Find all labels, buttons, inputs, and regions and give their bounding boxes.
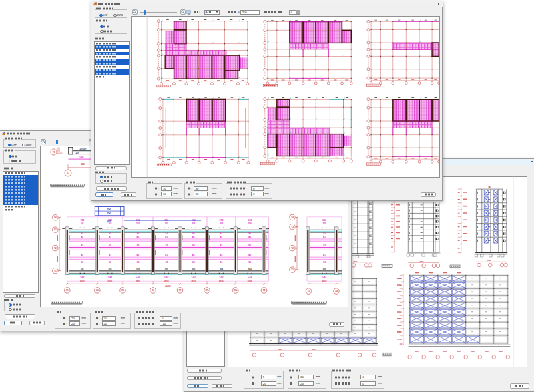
svg-text:DH1: DH1 <box>107 220 111 222</box>
svg-text:B1: B1 <box>323 254 326 256</box>
svg-text:CS3: CS3 <box>219 276 223 278</box>
svg-text:X7a: X7a <box>205 289 209 292</box>
svg-text:204: 204 <box>219 268 222 271</box>
svg-text:301: 301 <box>322 222 326 225</box>
svg-text:201: 201 <box>80 268 83 271</box>
svg-text:X8: X8 <box>262 289 265 292</box>
svg-text:CS2: CS2 <box>80 219 84 222</box>
svg-text:B1: B1 <box>136 236 139 238</box>
svg-text:202: 202 <box>108 268 111 271</box>
svg-text:X1: X1 <box>67 172 69 174</box>
svg-text:S3: S3 <box>109 261 111 264</box>
svg-text:6000: 6000 <box>487 260 491 262</box>
svg-text:CS3: CS3 <box>107 276 111 278</box>
svg-text:6000: 6000 <box>485 351 489 353</box>
svg-text:DH1: DH1 <box>107 208 111 211</box>
svg-text:X5: X5 <box>121 289 124 292</box>
svg-text:S3: S3 <box>136 261 139 264</box>
svg-text:B1: B1 <box>165 236 168 238</box>
svg-text:X1: X1 <box>307 290 310 292</box>
svg-text:202: 202 <box>136 268 139 271</box>
svg-text:B1: B1 <box>81 254 83 256</box>
svg-text:Y1: Y1 <box>52 151 55 154</box>
svg-text:Y3: Y3 <box>291 226 294 228</box>
svg-text:6000: 6000 <box>499 351 503 353</box>
svg-text:B1: B1 <box>108 236 111 238</box>
svg-text:DH1: DH1 <box>107 212 111 215</box>
svg-text:CS3: CS3 <box>80 276 84 278</box>
svg-text:X7b: X7b <box>234 289 238 292</box>
svg-text:6500: 6500 <box>191 280 196 283</box>
svg-text:X7: X7 <box>178 289 181 292</box>
svg-text:S3: S3 <box>165 261 168 264</box>
svg-text:S3: S3 <box>165 232 168 235</box>
svg-text:B1: B1 <box>220 236 222 238</box>
svg-text:CS3: CS3 <box>164 276 168 278</box>
svg-text:6500: 6500 <box>107 280 112 283</box>
svg-text:204: 204 <box>219 222 222 225</box>
svg-text:B1: B1 <box>136 254 139 256</box>
svg-text:S3: S3 <box>323 261 326 264</box>
svg-text:B1: B1 <box>248 236 251 238</box>
svg-text:CS2: CS2 <box>219 219 223 222</box>
svg-text:S3: S3 <box>192 232 194 235</box>
svg-text:B1: B1 <box>165 254 168 256</box>
svg-text:Y2: Y2 <box>53 247 56 250</box>
svg-text:CS3: CS3 <box>191 276 195 278</box>
svg-text:Y3: Y3 <box>53 228 56 231</box>
svg-text:S3: S3 <box>109 244 111 247</box>
svg-text:Y2: Y2 <box>291 247 294 250</box>
svg-text:301: 301 <box>322 268 326 271</box>
svg-text:S3: S3 <box>165 244 168 247</box>
svg-text:S3: S3 <box>136 244 139 247</box>
svg-text:6000: 6000 <box>429 351 433 353</box>
svg-text:S3: S3 <box>109 232 111 235</box>
svg-text:Y1: Y1 <box>291 268 294 271</box>
svg-text:S3: S3 <box>220 244 222 247</box>
svg-text:S3: S3 <box>81 261 83 264</box>
svg-text:S3: S3 <box>192 261 194 264</box>
svg-text:6000: 6000 <box>278 349 282 351</box>
svg-text:B1: B1 <box>192 254 194 256</box>
svg-text:203: 203 <box>164 268 168 271</box>
svg-text:4500: 4500 <box>164 280 168 283</box>
svg-text:202: 202 <box>108 222 111 225</box>
svg-text:CS3: CS3 <box>322 276 326 278</box>
svg-text:6000: 6000 <box>322 280 326 283</box>
svg-text:B1: B1 <box>192 236 194 238</box>
svg-text:6000: 6000 <box>79 280 84 283</box>
svg-text:S3: S3 <box>192 244 194 247</box>
svg-text:X4: X4 <box>335 290 338 292</box>
svg-text:S3: S3 <box>81 244 83 247</box>
svg-text:X1: X1 <box>66 289 69 292</box>
svg-text:CS3: CS3 <box>79 156 83 158</box>
svg-text:204: 204 <box>248 268 251 271</box>
svg-text:6A: 6A <box>488 186 490 188</box>
svg-text:202: 202 <box>136 222 139 225</box>
svg-text:6000: 6000 <box>443 351 447 353</box>
svg-text:6000: 6000 <box>81 163 85 166</box>
svg-text:6500: 6500 <box>219 280 224 283</box>
svg-text:Y4: Y4 <box>291 216 294 219</box>
svg-text:46500: 46500 <box>165 285 171 288</box>
svg-text:#10 401: #10 401 <box>79 148 87 151</box>
svg-text:S3: S3 <box>248 244 251 247</box>
svg-text:CS3: CS3 <box>136 276 140 278</box>
svg-text:6000: 6000 <box>247 280 252 283</box>
svg-text:S3: S3 <box>81 232 83 235</box>
svg-text:6000: 6000 <box>420 260 424 262</box>
svg-text:S3: S3 <box>323 244 326 247</box>
svg-text:201: 201 <box>80 222 83 225</box>
svg-text:6000: 6000 <box>471 351 475 353</box>
svg-text:S3: S3 <box>248 232 251 235</box>
svg-text:B1: B1 <box>108 254 111 256</box>
svg-text:6000: 6000 <box>415 351 419 353</box>
svg-text:6500: 6500 <box>136 280 140 283</box>
svg-text:S3: S3 <box>220 261 222 264</box>
svg-text:S3: S3 <box>220 232 222 235</box>
svg-text:6000: 6000 <box>354 260 358 262</box>
svg-text:Y1: Y1 <box>53 270 56 272</box>
svg-text:CS2: CS2 <box>248 219 252 222</box>
svg-text:B1: B1 <box>248 254 251 256</box>
svg-text:B1: B1 <box>81 236 83 238</box>
